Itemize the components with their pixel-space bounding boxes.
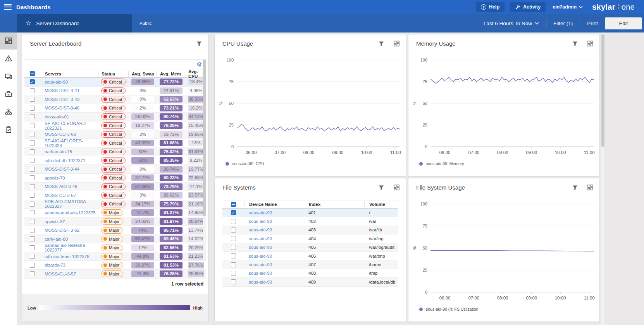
table-row[interactable]: sous-aio-90 408 /tmp [222,269,398,278]
filter-icon[interactable] [379,41,384,46]
server-link[interactable]: SDB-AIO-CMATOSA-1022327 [45,199,88,209]
sidebar-item-maps[interactable] [0,103,17,121]
table-row[interactable]: pandas-aio-testextra-1022377 Major 17% 8… [24,243,206,252]
row-checkbox[interactable] [231,219,236,224]
server-link[interactable]: MOSS-DIST-3-41 [45,88,79,93]
table-row[interactable]: sous-aio-90 409 /data.local/db [222,278,398,286]
server-link[interactable]: sdb-aio-team-1022378 [45,254,90,259]
table-row[interactable]: appwiz-37 Major 24.02% 81.87% 28.54% [24,217,206,226]
server-link[interactable]: carly-aio-80 [45,237,68,241]
layout-grid-icon[interactable] [394,41,399,46]
server-link[interactable]: appwiz-37 [45,219,65,224]
filter-icon[interactable] [196,41,202,46]
edit-button[interactable]: Edit [605,17,642,29]
hamburger-menu-icon[interactable] [4,4,12,10]
table-row[interactable]: MOSS-CU-3-57 Major 41.3% 76.26% 26.69% [24,270,206,279]
row-checkbox[interactable] [231,262,236,267]
row-checkbox[interactable] [231,253,236,258]
print-button[interactable]: Print [587,21,598,26]
table-row[interactable]: sous-aio-90 403 /var/lib [222,226,398,234]
device-link[interactable]: sous-aio-90 [249,219,272,224]
time-range-selector[interactable]: Last 6 Hours To Now [484,21,539,26]
layout-grid-icon[interactable] [394,185,399,190]
row-checkbox[interactable] [30,254,35,259]
sidebar-item-devices[interactable] [0,67,17,85]
table-row[interactable]: MOSS-DIST-3-43 Critical 0% 62.63% 38.33% [24,95,206,104]
row-checkbox[interactable] [30,106,35,111]
server-link[interactable]: pandas-mud-aio-1022375 [45,210,96,215]
server-link[interactable]: MOSS-DIST-3-46 [45,106,79,110]
col-volume[interactable]: Volume [364,202,398,207]
table-row[interactable]: sous-aio-90 407 /home [222,260,398,269]
col-avg-swap[interactable]: Avg. Swap [128,71,157,77]
server-link[interactable]: MOSS-CU-3-67 [45,193,76,198]
table-row[interactable]: bizards-73 Major 39.27% 81.53% 27.76% [24,261,206,270]
table-row[interactable]: MOSS-DIST-3-41 Critical 0% 24.91% 4.05% [24,87,206,96]
table-row[interactable]: moss-aio-01 Critical 29.02% 80.74% 34.12… [24,113,206,121]
table-row[interactable]: MOSS-CU-3-67 Critical 3% 28.62% 23.57% [24,191,206,200]
server-link[interactable]: moss-aio-01 [45,115,69,119]
layout-grid-icon[interactable] [587,41,593,46]
device-link[interactable]: sous-aio-90 [249,254,272,258]
col-avg-mem[interactable]: Avg. Mem [157,71,185,77]
server-link[interactable]: MOSS-DIST-3-44 [45,167,79,171]
col-device-name[interactable]: Device Name [244,202,304,207]
row-checkbox[interactable] [30,88,35,93]
table-row[interactable]: sous-aio-90 402 /var [222,217,398,226]
page-scrollbar[interactable] [601,32,604,325]
server-link[interactable]: sdb-dist-db-1022371 [45,158,86,163]
server-link[interactable]: SF-AIO-CLEONARD-1022321 [45,121,87,130]
server-link[interactable]: pandas-aio-testextra-1022377 [45,243,87,252]
table-row[interactable]: appwiz-70 Critical 37.27% 80.23% 22.83% [24,174,206,183]
sidebar-item-tickets[interactable] [0,121,17,139]
server-link[interactable]: MOSS-AIO-3-48 [45,184,77,189]
row-checkbox[interactable] [231,245,236,250]
server-link[interactable]: SF-AIO-AFLORES-1022328 [45,139,83,148]
col-index[interactable]: Index [304,202,364,207]
row-checkbox[interactable] [231,228,236,233]
server-link[interactable]: MOSS-CU-3-57 [45,272,76,276]
sidebar-item-events[interactable] [0,50,17,67]
row-checkbox[interactable] [30,123,35,128]
row-checkbox[interactable] [30,114,35,119]
table-scrollbar[interactable] [203,60,206,260]
table-row[interactable]: pandas-mud-aio-1022375 Major 47.7% 81.27… [24,209,206,217]
table-row[interactable]: SDB-AIO-CMATOSA-1022327 Critical 34.17% … [24,200,206,209]
server-link[interactable]: bizards-73 [45,263,65,267]
device-link[interactable]: sous-aio-90 [249,280,272,284]
table-row[interactable]: sous-aio-90 Critical 45.95% 77.72% 18.4% [24,78,206,87]
layout-grid-icon[interactable] [587,185,593,190]
user-menu[interactable]: em7admin [553,4,583,10]
table-row[interactable]: sdb-aio-team-1022378 Major 44.8% 81.63% … [24,252,206,261]
table-row[interactable]: sous-aio-90 404 /var/log [222,234,398,243]
row-checkbox[interactable] [30,202,35,207]
row-checkbox[interactable] [30,193,35,198]
device-link[interactable]: sous-aio-90 [249,271,272,275]
filter-icon[interactable] [572,41,578,46]
device-link[interactable]: sous-aio-90 [249,236,272,241]
table-row[interactable]: carly-aio-80 Major 50.47% 69.48% 14.02% [24,235,206,244]
row-checkbox[interactable] [231,210,236,215]
col-servers[interactable]: Servers [40,71,98,77]
table-row[interactable]: sous-aio-90 406 /var/tmp [222,252,398,260]
gear-icon[interactable]: ⚙ [196,62,202,68]
row-checkbox[interactable] [30,245,35,250]
row-checkbox[interactable] [30,184,35,189]
table-row[interactable]: MOSS-AIO-3-48 Critical 51.35% 73.79% 14.… [24,183,206,192]
table-row[interactable]: sdb-dist-db-1022371 Critical 50% 85.35% … [24,156,206,165]
row-checkbox[interactable] [231,279,236,284]
row-checkbox[interactable] [231,271,236,276]
row-checkbox[interactable] [30,210,35,215]
row-checkbox[interactable] [30,236,35,241]
select-all-checkbox[interactable] [231,202,236,207]
row-checkbox[interactable] [30,263,35,268]
row-checkbox[interactable] [30,271,35,276]
row-checkbox[interactable] [30,167,35,172]
table-row[interactable]: SF-AIO-CLEONARD-1022321 Critical 18.27% … [24,121,206,130]
server-link[interactable]: sous-aio-90 [45,80,68,84]
col-status[interactable]: Status [98,71,128,77]
table-row[interactable]: sous-aio-90 405 /var/log/audit [222,243,398,252]
filter-button[interactable]: Filter (1) [553,21,573,26]
favorite-star-icon[interactable]: ☆ [26,20,31,26]
table-row[interactable]: sous-aio-90 401 / [222,209,398,217]
